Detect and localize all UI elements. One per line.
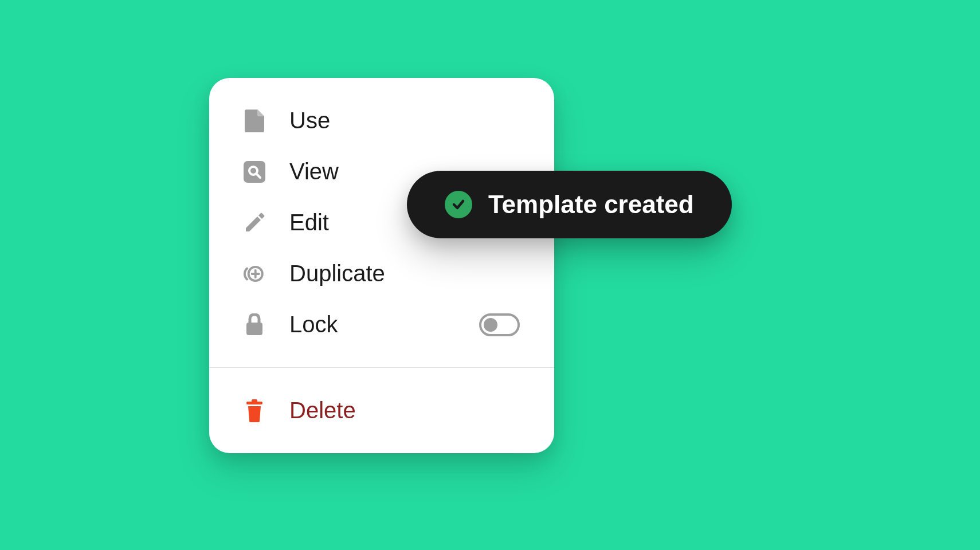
- menu-item-delete[interactable]: Delete: [209, 385, 554, 436]
- menu-item-label: Delete: [289, 398, 520, 423]
- lock-icon: [244, 314, 265, 336]
- context-menu-card: Use View Edit: [209, 78, 554, 453]
- pencil-icon: [244, 212, 265, 234]
- menu-item-duplicate[interactable]: Duplicate: [209, 248, 554, 299]
- menu-item-label: Duplicate: [289, 261, 520, 286]
- menu-item-lock[interactable]: Lock: [209, 299, 554, 350]
- magnify-icon: [244, 161, 265, 183]
- menu-item-use[interactable]: Use: [209, 95, 554, 146]
- duplicate-icon: [244, 263, 265, 285]
- document-icon: [244, 110, 265, 132]
- toast-message: Template created: [488, 190, 694, 219]
- lock-toggle[interactable]: [479, 313, 520, 336]
- svg-rect-0: [244, 161, 265, 183]
- svg-rect-8: [252, 399, 257, 403]
- toggle-knob: [484, 318, 497, 332]
- toast-notification: Template created: [407, 171, 732, 238]
- menu-item-label: Lock: [289, 312, 479, 337]
- success-icon: [445, 191, 472, 218]
- menu-section-danger: Delete: [209, 368, 554, 453]
- trash-icon: [244, 400, 265, 422]
- menu-item-label: Use: [289, 108, 520, 133]
- svg-rect-6: [246, 323, 262, 335]
